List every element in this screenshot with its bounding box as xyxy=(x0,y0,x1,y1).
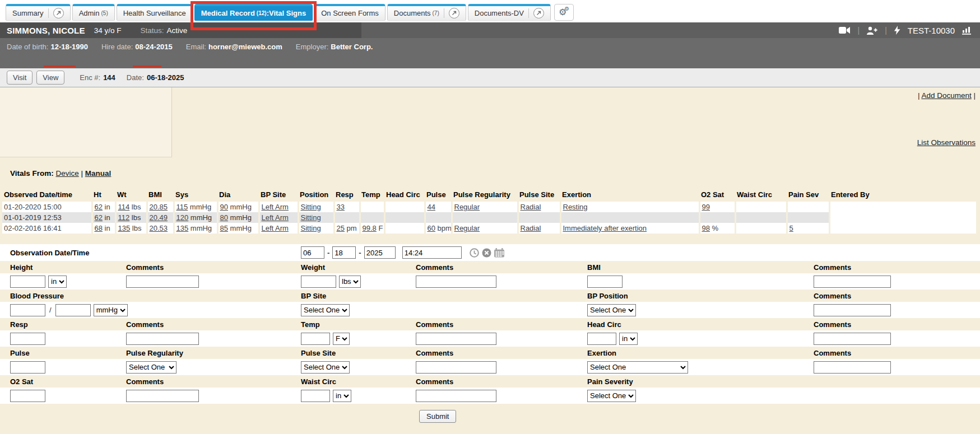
o2-sat-input[interactable] xyxy=(10,390,45,402)
clock-icon[interactable] xyxy=(470,248,479,258)
vitals-value-link[interactable]: Left Arm xyxy=(262,203,289,211)
popout-button[interactable] xyxy=(48,8,64,18)
vitals-value-link[interactable]: 20.49 xyxy=(150,213,168,222)
vitals-value-link[interactable]: 135 xyxy=(177,224,189,232)
vitals-value-link[interactable]: 112 xyxy=(118,213,130,222)
view-button[interactable]: View xyxy=(36,71,64,85)
head-circ-comments-input[interactable] xyxy=(814,333,891,345)
vitals-value-link[interactable]: Regular xyxy=(454,224,480,232)
vitals-value-link[interactable]: 20.53 xyxy=(150,224,168,232)
vitals-value-link[interactable]: 90 xyxy=(220,203,228,211)
video-call-icon[interactable] xyxy=(839,26,851,34)
temp-input[interactable] xyxy=(301,333,330,345)
vitals-value-link[interactable]: 98 xyxy=(702,224,710,232)
tab-medical-record[interactable]: Medical Record (12) :Vital Signs xyxy=(194,4,313,21)
pulse-input[interactable] xyxy=(10,361,45,374)
vitals-value-link[interactable]: 62 xyxy=(95,203,103,211)
pulse-site-select[interactable]: Select One xyxy=(301,361,350,374)
tab-admin[interactable]: Admin (5) xyxy=(72,4,115,21)
exertion-select[interactable]: Select One xyxy=(587,361,688,374)
clear-icon[interactable] xyxy=(482,248,491,258)
vitals-unit: bpm xyxy=(435,224,452,232)
bp-site-select[interactable]: Select One xyxy=(301,304,350,316)
vitals-value-link[interactable]: 60 xyxy=(428,224,435,232)
vitals-value-link[interactable]: Sitting xyxy=(301,224,321,232)
vitals-value-link[interactable]: 99 xyxy=(702,203,710,211)
vitals-value-link[interactable]: 135 xyxy=(118,224,131,232)
bp-comments-input[interactable] xyxy=(814,304,891,316)
vitals-value-link[interactable]: Left Arm xyxy=(262,224,289,232)
vitals-value-link[interactable]: 68 xyxy=(95,224,103,232)
vitals-value-link[interactable]: Immediately after exertion xyxy=(563,224,647,232)
manual-link[interactable]: Manual xyxy=(85,169,112,178)
bmi-comments-input[interactable] xyxy=(814,276,891,288)
vitals-value-link[interactable]: 99.8 xyxy=(363,224,377,232)
popout-button[interactable] xyxy=(528,8,544,18)
o2-sat-comments-input[interactable] xyxy=(126,390,199,402)
obs-time-input[interactable] xyxy=(402,246,462,259)
vitals-value-link[interactable]: 33 xyxy=(337,203,345,211)
pulse-regularity-select[interactable]: Select One xyxy=(126,361,177,374)
waist-circ-input[interactable] xyxy=(301,390,330,402)
bmi-input[interactable] xyxy=(587,276,623,288)
vitals-value-link[interactable]: Sitting xyxy=(301,203,321,211)
pain-severity-select[interactable]: Select One xyxy=(587,390,636,402)
waist-circ-unit-select[interactable]: in xyxy=(333,390,351,402)
settings-button[interactable]: ⚙ ⚙ xyxy=(554,4,574,21)
vitals-value-link[interactable]: Sitting xyxy=(301,213,321,222)
bp-diastolic-input[interactable] xyxy=(55,304,91,316)
head-circ-unit-select[interactable]: in xyxy=(619,333,638,345)
waist-circ-comments-input[interactable] xyxy=(416,390,496,402)
tab-on-screen-forms[interactable]: On Screen Forms xyxy=(314,4,386,21)
lightning-icon[interactable] xyxy=(894,26,900,35)
height-unit-select[interactable]: in xyxy=(48,276,67,288)
weight-unit-select[interactable]: lbs xyxy=(339,276,361,288)
vitals-value-link[interactable]: Radial xyxy=(521,224,541,232)
vitals-value-link[interactable]: 80 xyxy=(220,213,228,222)
tab-documents[interactable]: Documents (7) xyxy=(387,4,466,21)
vitals-value-link[interactable]: 120 xyxy=(177,213,189,222)
vitals-value-link[interactable]: 62 xyxy=(95,213,103,222)
flowsheet-chart-icon[interactable] xyxy=(962,26,972,35)
obs-year-input[interactable] xyxy=(364,246,396,259)
vitals-value-link[interactable]: Resting xyxy=(563,203,588,211)
tab-documents-dv[interactable]: Documents-DV xyxy=(468,4,551,21)
head-circ-input[interactable] xyxy=(587,333,616,345)
vitals-value-link[interactable]: Regular xyxy=(454,203,480,211)
tab-health-surveillance[interactable]: Health Surveillance xyxy=(117,4,193,21)
vitals-value-link[interactable]: 85 xyxy=(220,224,228,232)
temp-unit-select[interactable]: F xyxy=(333,333,350,345)
vitals-value-link[interactable]: Left Arm xyxy=(262,213,289,222)
vitals-value-link[interactable]: 115 xyxy=(177,203,188,211)
vitals-value-link[interactable]: 114 xyxy=(118,203,130,211)
vitals-value-link[interactable]: 44 xyxy=(428,203,435,211)
weight-comments-input[interactable] xyxy=(416,276,496,288)
weight-input[interactable] xyxy=(301,276,336,288)
tab-summary[interactable]: Summary xyxy=(6,4,71,21)
vitals-cell: 115 mmHg xyxy=(174,202,217,212)
add-person-icon[interactable] xyxy=(867,26,877,35)
submit-button[interactable]: Submit xyxy=(419,410,456,423)
exertion-comments-input[interactable] xyxy=(814,361,891,374)
popout-button[interactable] xyxy=(444,8,459,18)
vitals-value-link[interactable]: 20.85 xyxy=(150,203,168,211)
vitals-value-link[interactable]: 5 xyxy=(789,224,793,232)
visit-button[interactable]: Visit xyxy=(7,71,32,85)
bp-position-select[interactable]: Select One xyxy=(587,304,636,316)
vitals-value-link[interactable]: 25 xyxy=(337,224,345,232)
list-observations-link[interactable]: List Observations xyxy=(917,138,976,147)
bp-unit-select[interactable]: mmHg xyxy=(94,304,128,316)
temp-comments-input[interactable] xyxy=(416,333,496,345)
resp-comments-input[interactable] xyxy=(126,333,199,345)
device-link[interactable]: Device xyxy=(56,169,79,178)
height-input[interactable] xyxy=(10,276,45,288)
obs-day-input[interactable] xyxy=(332,246,356,259)
obs-month-input[interactable] xyxy=(301,246,324,259)
resp-input[interactable] xyxy=(10,333,45,345)
vitals-value-link[interactable]: Radial xyxy=(521,203,541,211)
bp-systolic-input[interactable] xyxy=(10,304,45,316)
height-comments-input[interactable] xyxy=(126,276,199,288)
add-document-link[interactable]: Add Document xyxy=(921,91,971,100)
calendar-icon[interactable] xyxy=(494,248,504,258)
pulse-comments-input[interactable] xyxy=(416,361,496,374)
